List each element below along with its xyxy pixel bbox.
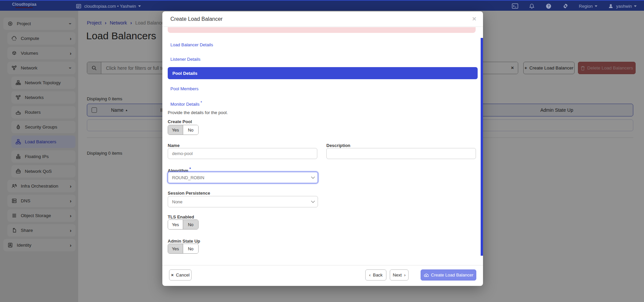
chevron-left-icon: ‹ [369, 272, 370, 278]
admin-state-up-toggle: Yes No [168, 244, 199, 254]
modal-scrollbar-thumb[interactable] [481, 38, 483, 256]
x-icon: × [171, 272, 174, 278]
step-pool-details-active[interactable]: Pool Details [168, 67, 478, 79]
create-pool-yes-button[interactable]: Yes [168, 125, 183, 135]
caret-down-icon [595, 5, 597, 7]
region-label: Region [579, 4, 593, 9]
admin-state-up-label: Admin State Up [168, 239, 200, 244]
modal-title: Create Load Balancer [170, 16, 223, 22]
gear-icon[interactable] [562, 3, 569, 9]
session-persistence-label: Session Persistence [168, 191, 210, 196]
help-icon[interactable]: ? [545, 3, 552, 9]
chevron-down-icon [311, 175, 315, 179]
modal-footer: × Cancel ‹ Back Next › Create Load Balan… [162, 265, 483, 286]
step-listener-details[interactable]: Listener Details [170, 57, 201, 62]
name-label: Name [168, 143, 179, 148]
create-load-balancer-modal: Create Load Balancer × Load Balancer Det… [162, 11, 483, 286]
admin-state-yes-button[interactable]: Yes [168, 244, 183, 253]
brand-logo-text: Cloudtopiaa [12, 2, 37, 7]
session-persistence-select[interactable]: None [168, 196, 318, 207]
pool-name-input[interactable] [168, 148, 317, 159]
create-pool-no-button[interactable]: No [183, 125, 198, 135]
top-navbar: Cloudtopiaa cloudtopiaa.com • Yashwin ? [0, 0, 644, 11]
create-pool-label: Create Pool [168, 119, 192, 124]
region-menu[interactable]: Region [579, 4, 597, 9]
back-button[interactable]: ‹ Back [365, 269, 386, 281]
caret-down-icon [634, 5, 637, 7]
chevron-right-icon: › [404, 272, 406, 278]
error-alert-partial [168, 27, 476, 33]
tls-yes-button[interactable]: Yes [168, 220, 183, 229]
next-button[interactable]: Next › [390, 269, 409, 281]
user-icon [607, 3, 614, 9]
step-pool-members[interactable]: Pool Members [170, 86, 199, 91]
svg-text:?: ? [548, 4, 550, 8]
brand-tagline [15, 7, 33, 8]
step-load-balancer-details[interactable]: Load Balancer Details [170, 42, 213, 47]
step-monitor-details[interactable]: Monitor Details* [170, 100, 202, 107]
console-icon[interactable] [512, 3, 519, 9]
brand-logo[interactable]: Cloudtopiaa [12, 2, 37, 8]
chevron-down-icon [311, 199, 315, 203]
tls-enabled-label: TLS Enabled [168, 214, 194, 219]
cloud-upload-icon [424, 273, 429, 277]
tls-no-button[interactable]: No [183, 220, 198, 229]
cancel-button[interactable]: × Cancel [169, 269, 192, 281]
required-asterisk: * [201, 100, 202, 105]
algorithm-select[interactable]: ROUND_ROBIN [168, 172, 318, 183]
tls-enabled-toggle: Yes No [168, 219, 199, 230]
close-icon[interactable]: × [472, 15, 476, 23]
project-switcher[interactable]: cloudtopiaa.com • Yashwin [75, 1, 141, 11]
admin-state-no-button[interactable]: No [183, 244, 198, 253]
modal-header: Create Load Balancer × [162, 11, 483, 27]
required-asterisk: * [189, 167, 191, 171]
navbar-actions: ? Region yashwin [512, 1, 637, 11]
description-label: Description [326, 143, 351, 148]
description-input[interactable] [326, 148, 476, 159]
window-icon [75, 3, 82, 9]
project-switcher-label: cloudtopiaa.com • Yashwin [84, 4, 136, 9]
app-root: Cloudtopiaa cloudtopiaa.com • Yashwin ? [0, 0, 644, 302]
create-pool-toggle: Yes No [168, 125, 199, 135]
user-menu[interactable]: yashwin [607, 3, 637, 9]
caret-down-icon [138, 5, 141, 7]
bell-icon[interactable] [529, 3, 535, 9]
submit-create-load-balancer-button[interactable]: Create Load Balancer [421, 269, 476, 281]
user-label: yashwin [616, 4, 632, 9]
step-helper-text: Provide the details for the pool. [168, 110, 228, 115]
